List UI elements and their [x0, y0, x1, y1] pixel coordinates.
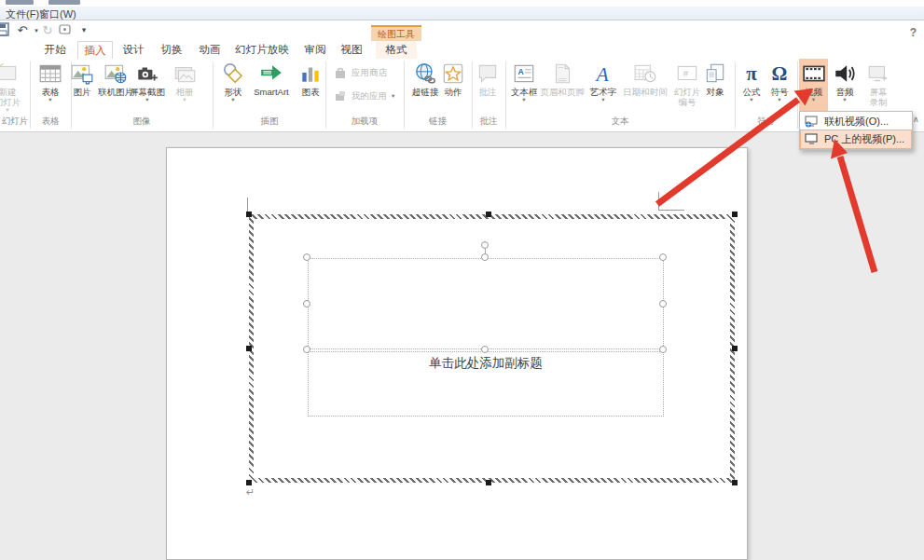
group-label-links: 链接	[405, 116, 471, 128]
group-label-text: 文本	[506, 116, 734, 128]
equation-button[interactable]: π 公式 ▾	[737, 61, 766, 102]
button-label: 超链接	[412, 87, 439, 97]
menu-caret-icon: ▾	[765, 97, 794, 102]
menu-caret-icon: ▾	[127, 97, 168, 102]
resize-handle[interactable]	[659, 300, 667, 307]
menu-window[interactable]: 窗口(W)	[39, 7, 76, 21]
resize-handle[interactable]	[303, 346, 310, 353]
textbox-button[interactable]: A 文本框 ▾	[507, 61, 541, 102]
group-label-images: 图像	[73, 116, 211, 128]
button-label: 编号	[679, 97, 696, 107]
menu-item-online-video[interactable]: 联机视频(O)...	[801, 113, 911, 130]
resize-handle[interactable]	[481, 346, 489, 353]
symbol-button[interactable]: Ω 符号 ▾	[765, 61, 794, 102]
redo-icon: ↻	[40, 22, 55, 38]
resize-handle[interactable]	[732, 212, 738, 217]
resize-handle[interactable]	[486, 212, 491, 217]
quick-access-toolbar: ↶ ▾ ↻ ▾ 绘图工具 ?	[0, 20, 924, 41]
equation-icon: π	[737, 61, 766, 87]
group-label-addins: 加载项	[326, 116, 403, 128]
button-label: 新建	[0, 87, 17, 97]
title-placeholder[interactable]	[308, 258, 664, 349]
resize-handle[interactable]	[481, 253, 489, 261]
menubar: 文件(F) 窗口(W)	[0, 7, 924, 20]
resize-handle[interactable]	[659, 346, 667, 353]
object-button[interactable]: 对象	[700, 61, 730, 97]
wordart-icon: A	[586, 61, 620, 87]
tab-transitions[interactable]: 切换	[156, 41, 187, 59]
table-icon	[34, 61, 67, 87]
picture-icon	[65, 61, 99, 87]
anchor-guide-icon	[658, 210, 684, 211]
menu-item-label: PC 上的视频(P)...	[824, 132, 904, 146]
rotation-handle[interactable]	[481, 241, 489, 249]
audio-icon	[830, 61, 860, 87]
group-label-tables: 表格	[34, 116, 67, 128]
wordart-button[interactable]: A 艺术字 ▾	[586, 61, 620, 102]
video-button[interactable]: 视频 ▾	[799, 59, 828, 113]
pc-video-icon	[805, 133, 819, 145]
my-apps-icon	[334, 89, 347, 102]
menu-caret-icon: ▾	[34, 97, 67, 102]
tab-design[interactable]: 设计	[117, 41, 149, 59]
touch-mode-icon[interactable]	[59, 22, 74, 38]
resize-handle[interactable]	[659, 253, 667, 261]
shapes-icon	[216, 61, 250, 87]
tab-animations[interactable]: 动画	[194, 41, 226, 59]
menu-caret-icon: ▾	[170, 97, 200, 102]
editing-workspace[interactable]: 单击此处添加副标题 ↵	[0, 132, 924, 560]
save-icon[interactable]	[0, 22, 10, 38]
group-label-symbols: 符号	[736, 116, 796, 128]
resize-handle[interactable]	[732, 346, 738, 351]
picture-button[interactable]: 图片	[65, 61, 99, 97]
resize-handle[interactable]	[246, 212, 252, 217]
subtitle-placeholder-text[interactable]: 单击此处添加副标题	[308, 355, 664, 372]
smartart-button[interactable]: SmartArt	[247, 61, 296, 97]
date-time-icon	[623, 61, 668, 87]
symbol-icon: Ω	[765, 61, 794, 87]
resize-handle[interactable]	[303, 253, 310, 261]
menu-caret-icon: ▾	[216, 97, 250, 102]
tab-format[interactable]: 格式	[376, 41, 417, 59]
button-label: 批注	[479, 87, 497, 97]
button-label: 幻灯片	[0, 97, 21, 107]
tab-insert[interactable]: 插入	[77, 41, 113, 59]
resize-handle[interactable]	[246, 346, 252, 351]
new-slide-button: 新建 幻灯片 ▾	[0, 61, 26, 113]
resize-handle[interactable]	[303, 300, 310, 307]
resize-handle[interactable]	[732, 480, 738, 485]
menu-item-pc-video[interactable]: PC 上的视频(P)...	[801, 130, 911, 148]
button-label: 图片	[74, 87, 91, 97]
collapse-ribbon-icon[interactable]: ∧	[913, 115, 919, 124]
screen-recording-button: 屏幕 录制	[862, 61, 894, 107]
tab-home[interactable]: 开始	[39, 41, 71, 59]
chart-icon	[295, 61, 326, 87]
shapes-button[interactable]: 形状 ▾	[216, 61, 250, 102]
action-button[interactable]: 动作	[438, 61, 468, 97]
customize-qat-icon[interactable]: ▾	[76, 22, 91, 38]
audio-button[interactable]: 音频 ▾	[830, 61, 860, 102]
group-label-comments: 批注	[473, 116, 504, 128]
button-label: 图表	[302, 87, 320, 97]
chart-button[interactable]: 图表	[295, 61, 326, 97]
tab-slideshow[interactable]: 幻灯片放映	[231, 41, 293, 59]
comment-button: 批注	[473, 61, 503, 97]
menu-file[interactable]: 文件(F)	[6, 7, 39, 21]
window-title-clipped	[0, 0, 924, 7]
resize-handle[interactable]	[246, 480, 252, 485]
menu-caret-icon: ▾	[799, 97, 828, 102]
paragraph-return-mark: ↵	[246, 486, 255, 499]
app-store-button: 应用商店	[334, 66, 387, 79]
clipped-glyphs	[6, 0, 34, 5]
button-label: 日期和时间	[623, 87, 668, 97]
button-label: 动作	[445, 87, 462, 97]
tab-view[interactable]: 视图	[336, 41, 367, 59]
tab-review[interactable]: 审阅	[299, 41, 331, 59]
undo-icon[interactable]: ↶	[15, 22, 30, 38]
resize-handle[interactable]	[486, 480, 491, 485]
help-icon[interactable]: ?	[910, 26, 917, 39]
button-label: 对象	[707, 87, 724, 97]
table-button[interactable]: 表格 ▾	[34, 61, 67, 102]
screenshot-button[interactable]: 屏幕截图 ▾	[127, 61, 168, 102]
ribbon: 新建 幻灯片 ▾ 表格 ▾ 图片 联机图片	[0, 59, 924, 132]
